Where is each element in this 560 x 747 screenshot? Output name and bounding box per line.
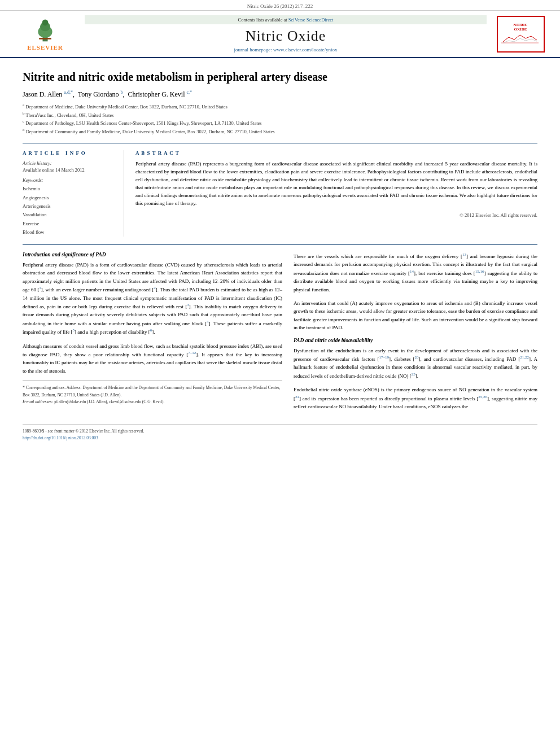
abstract-column: A B S T R A C T Peripheral artery diseas…	[135, 150, 537, 237]
affiliation-b: b TheraVasc Inc., Cleveland, OH, United …	[23, 111, 537, 119]
footnotes: * Corresponding authors. Address: Depart…	[23, 381, 282, 405]
available-online: Available online 14 March 2012	[23, 167, 116, 173]
journal-logo-right: NITRIC OXIDE	[492, 16, 549, 53]
keyword-bloodflow: Blood flow	[23, 228, 116, 237]
affiliations: a Department of Medicine, Duke Universit…	[23, 102, 537, 135]
elsevier-section: ELSEVIER	[11, 18, 79, 51]
right-paragraph-1: These are the vessels which are responsi…	[294, 252, 537, 294]
svg-point-3	[42, 19, 49, 25]
doi-line: http://dx.doi.org/10.1016/j.niox.2012.03…	[23, 435, 537, 442]
journal-citation: Nitric Oxide 26 (2012) 217–222	[247, 3, 313, 9]
keyword-angiogenesis: Angiogenesis	[23, 194, 116, 202]
article-info-heading: A R T I C L E I N F O	[23, 150, 116, 156]
elsevier-tree-icon	[28, 18, 62, 43]
keyword-ischemia: Ischemia	[23, 185, 116, 193]
authors-line: Jason D. Allen a,d,*, Tony Giordano b, C…	[23, 90, 537, 99]
author-kevil: Christopher G. Kevil c,*	[128, 90, 193, 98]
footnote-star: * Corresponding authors. Address: Depart…	[23, 385, 282, 399]
doi-link[interactable]: http://dx.doi.org/10.1016/j.niox.2012.03…	[23, 435, 98, 440]
journal-center: Contents lists available at SciVerse Sci…	[85, 15, 487, 53]
journal-title: Nitric Oxide	[85, 28, 487, 45]
keywords-list: Ischemia Angiogenesis Arteriogenesis Vas…	[23, 185, 116, 237]
abstract-heading: A B S T R A C T	[135, 150, 537, 156]
elsevier-logo: ELSEVIER	[27, 18, 63, 51]
bottom-bar: 1089-8603/$ - see front matter © 2012 El…	[23, 424, 537, 442]
article-info-column: A R T I C L E I N F O Article history: A…	[23, 150, 124, 237]
body-left-column: Introduction and significance of PAD Per…	[23, 252, 282, 416]
logo-chart-icon	[500, 32, 540, 46]
body-separator	[23, 244, 537, 245]
right-paragraph-2: An intervention that could (A) acutely i…	[294, 299, 537, 332]
pad-no-heading: PAD and nitric oxide bioavailability	[294, 338, 537, 343]
affiliation-a: a Department of Medicine, Duke Universit…	[23, 102, 537, 111]
abstract-text: Peripheral artery disease (PAD) represen…	[135, 160, 537, 208]
keyword-exercise: Exercise	[23, 220, 116, 228]
keyword-vasodilation: Vasodilation	[23, 211, 116, 219]
article-content: Nitrite and nitric oxide metabolism in p…	[0, 58, 560, 453]
footnote-email: E-mail addresses: jd.allen@duke.edu (J.D…	[23, 399, 282, 405]
keyword-arteriogenesis: Arteriogenesis	[23, 202, 116, 211]
history-label: Article history:	[23, 160, 116, 166]
article-info-abstract: A R T I C L E I N F O Article history: A…	[23, 143, 537, 237]
elsevier-text: ELSEVIER	[27, 44, 63, 51]
author-giordano: Tony Giordano b,	[78, 90, 126, 98]
svg-rect-4	[39, 38, 51, 40]
enos-paragraph: Endothelial nitric oxide synthase (eNOS)…	[294, 386, 537, 410]
affiliation-d: d Department of Community and Family Med…	[23, 127, 537, 136]
pad-no-paragraph: Dysfunction of the endothelium is an ear…	[294, 347, 537, 381]
journal-citation-bar: Nitric Oxide 26 (2012) 217–222	[0, 0, 560, 11]
affiliation-c: c Department of Pathology, LSU Health Sc…	[23, 119, 537, 127]
intro-paragraph-2: Although measures of conduit vessel and …	[23, 342, 282, 375]
copyright: © 2012 Elsevier Inc. All rights reserved…	[135, 212, 537, 218]
intro-paragraph-1: Peripheral artery disease (PAD) is a for…	[23, 261, 282, 337]
journal-header: ELSEVIER Contents lists available at Sci…	[0, 11, 560, 58]
sciverse-bar: Contents lists available at SciVerse Sci…	[85, 15, 487, 24]
intro-heading: Introduction and significance of PAD	[23, 252, 282, 257]
body-columns: Introduction and significance of PAD Per…	[23, 252, 537, 416]
author-allen: Jason D. Allen a,d,*,	[23, 90, 76, 98]
nitric-oxide-logo: NITRIC OXIDE	[497, 16, 545, 53]
body-right-column: These are the vessels which are responsi…	[294, 252, 537, 416]
journal-homepage: journal homepage: www.elsevier.com/locat…	[85, 47, 487, 53]
logo-nitric: NITRIC	[500, 23, 541, 27]
keywords-label: Keywords:	[23, 177, 116, 183]
logo-oxide: OXIDE	[500, 27, 541, 32]
sciverse-link[interactable]: SciVerse ScienceDirect	[288, 17, 334, 23]
article-title: Nitrite and nitric oxide metabolism in p…	[23, 69, 537, 84]
issn-line: 1089-8603/$ - see front matter © 2012 El…	[23, 428, 537, 435]
